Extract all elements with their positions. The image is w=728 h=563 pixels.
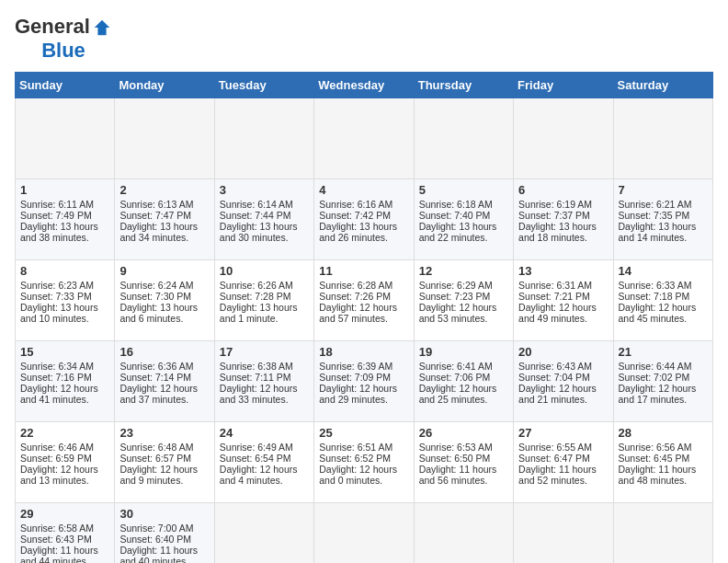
day-number: 11 xyxy=(319,264,408,278)
calendar-cell: 13Sunrise: 6:31 AMSunset: 7:21 PMDayligh… xyxy=(514,260,613,341)
calendar-cell: 22Sunrise: 6:46 AMSunset: 6:59 PMDayligh… xyxy=(16,422,115,503)
calendar-week-row: 1Sunrise: 6:11 AMSunset: 7:49 PMDaylight… xyxy=(16,179,713,260)
day-number: 23 xyxy=(119,426,209,440)
daylight-text: Daylight: 12 hours xyxy=(619,383,708,394)
day-number: 1 xyxy=(20,183,109,197)
daylight-minutes: and 22 minutes. xyxy=(419,232,508,243)
calendar-cell: 18Sunrise: 6:39 AMSunset: 7:09 PMDayligh… xyxy=(314,341,414,422)
day-number: 3 xyxy=(220,183,309,197)
calendar-cell xyxy=(514,503,613,564)
sunset-text: Sunset: 7:06 PM xyxy=(419,372,508,383)
sunset-text: Sunset: 6:59 PM xyxy=(20,453,109,464)
daylight-minutes: and 26 minutes. xyxy=(319,232,408,243)
calendar-cell: 14Sunrise: 6:33 AMSunset: 7:18 PMDayligh… xyxy=(613,260,712,341)
daylight-text: Daylight: 13 hours xyxy=(220,221,309,232)
sunrise-text: Sunrise: 6:11 AM xyxy=(20,199,109,210)
calendar-cell xyxy=(314,98,414,179)
day-number: 7 xyxy=(619,183,708,197)
daylight-minutes: and 37 minutes. xyxy=(119,394,209,405)
logo-blue-text: Blue xyxy=(41,39,85,62)
calendar-week-row: 8Sunrise: 6:23 AMSunset: 7:33 PMDaylight… xyxy=(16,260,713,341)
daylight-text: Daylight: 12 hours xyxy=(518,302,608,313)
day-number: 24 xyxy=(220,426,309,440)
daylight-text: Daylight: 12 hours xyxy=(319,302,408,313)
sunrise-text: Sunrise: 6:19 AM xyxy=(518,199,608,210)
sunset-text: Sunset: 7:14 PM xyxy=(119,372,209,383)
sunrise-text: Sunrise: 6:28 AM xyxy=(319,280,408,291)
logo-icon xyxy=(92,17,112,38)
daylight-text: Daylight: 13 hours xyxy=(619,221,708,232)
sunrise-text: Sunrise: 6:49 AM xyxy=(220,442,309,453)
daylight-minutes: and 49 minutes. xyxy=(518,313,608,324)
daylight-minutes: and 40 minutes. xyxy=(119,556,209,563)
daylight-minutes: and 18 minutes. xyxy=(518,232,608,243)
calendar-cell: 26Sunrise: 6:53 AMSunset: 6:50 PMDayligh… xyxy=(414,422,513,503)
day-number: 2 xyxy=(119,183,209,197)
day-number: 17 xyxy=(220,345,309,359)
sunrise-text: Sunrise: 6:34 AM xyxy=(20,361,109,372)
sunset-text: Sunset: 6:45 PM xyxy=(619,453,708,464)
sunrise-text: Sunrise: 6:51 AM xyxy=(319,442,408,453)
daylight-minutes: and 30 minutes. xyxy=(220,232,309,243)
day-number: 13 xyxy=(518,264,608,278)
sunrise-text: Sunrise: 6:39 AM xyxy=(319,361,408,372)
calendar-cell: 12Sunrise: 6:29 AMSunset: 7:23 PMDayligh… xyxy=(414,260,513,341)
daylight-minutes: and 44 minutes. xyxy=(20,556,109,563)
column-header-sunday: Sunday xyxy=(16,73,115,98)
sunset-text: Sunset: 7:18 PM xyxy=(619,291,708,302)
calendar-cell: 24Sunrise: 6:49 AMSunset: 6:54 PMDayligh… xyxy=(214,422,313,503)
calendar-cell: 17Sunrise: 6:38 AMSunset: 7:11 PMDayligh… xyxy=(214,341,313,422)
daylight-text: Daylight: 13 hours xyxy=(319,221,408,232)
day-number: 30 xyxy=(119,507,209,521)
day-number: 12 xyxy=(419,264,508,278)
daylight-text: Daylight: 12 hours xyxy=(119,464,209,475)
sunset-text: Sunset: 7:04 PM xyxy=(518,372,608,383)
daylight-minutes: and 45 minutes. xyxy=(619,313,708,324)
calendar-cell: 11Sunrise: 6:28 AMSunset: 7:26 PMDayligh… xyxy=(314,260,414,341)
calendar-cell xyxy=(214,98,313,179)
sunrise-text: Sunrise: 6:14 AM xyxy=(220,199,309,210)
calendar-cell: 8Sunrise: 6:23 AMSunset: 7:33 PMDaylight… xyxy=(16,260,115,341)
page-header: GeneralBlue xyxy=(15,15,713,63)
calendar-week-row: 22Sunrise: 6:46 AMSunset: 6:59 PMDayligh… xyxy=(16,422,713,503)
daylight-minutes: and 0 minutes. xyxy=(319,475,408,486)
sunset-text: Sunset: 7:16 PM xyxy=(20,372,109,383)
daylight-minutes: and 21 minutes. xyxy=(518,394,608,405)
sunrise-text: Sunrise: 6:23 AM xyxy=(20,280,109,291)
calendar-cell: 20Sunrise: 6:43 AMSunset: 7:04 PMDayligh… xyxy=(514,341,613,422)
calendar-week-row: 15Sunrise: 6:34 AMSunset: 7:16 PMDayligh… xyxy=(16,341,713,422)
daylight-minutes: and 48 minutes. xyxy=(619,475,708,486)
sunset-text: Sunset: 7:09 PM xyxy=(319,372,408,383)
day-number: 26 xyxy=(419,426,508,440)
daylight-minutes: and 57 minutes. xyxy=(319,313,408,324)
day-number: 22 xyxy=(20,426,109,440)
sunset-text: Sunset: 7:26 PM xyxy=(319,291,408,302)
daylight-text: Daylight: 12 hours xyxy=(319,464,408,475)
calendar-cell xyxy=(16,98,115,179)
daylight-minutes: and 33 minutes. xyxy=(220,394,309,405)
sunset-text: Sunset: 6:57 PM xyxy=(119,453,209,464)
daylight-text: Daylight: 12 hours xyxy=(20,383,109,394)
daylight-text: Daylight: 12 hours xyxy=(419,302,508,313)
daylight-minutes: and 53 minutes. xyxy=(419,313,508,324)
sunrise-text: Sunrise: 6:58 AM xyxy=(20,523,109,534)
daylight-minutes: and 9 minutes. xyxy=(119,475,209,486)
calendar-week-row xyxy=(16,98,713,179)
day-number: 27 xyxy=(518,426,608,440)
sunrise-text: Sunrise: 7:00 AM xyxy=(119,523,209,534)
column-header-saturday: Saturday xyxy=(613,73,712,98)
sunrise-text: Sunrise: 6:43 AM xyxy=(518,361,608,372)
calendar-cell: 15Sunrise: 6:34 AMSunset: 7:16 PMDayligh… xyxy=(16,341,115,422)
day-number: 5 xyxy=(419,183,508,197)
calendar-cell xyxy=(414,98,513,179)
daylight-text: Daylight: 11 hours xyxy=(119,545,209,556)
day-number: 14 xyxy=(619,264,708,278)
calendar-cell: 30Sunrise: 7:00 AMSunset: 6:40 PMDayligh… xyxy=(115,503,214,564)
sunrise-text: Sunrise: 6:55 AM xyxy=(518,442,608,453)
calendar-cell: 6Sunrise: 6:19 AMSunset: 7:37 PMDaylight… xyxy=(514,179,613,260)
calendar-cell xyxy=(514,98,613,179)
calendar-cell: 10Sunrise: 6:26 AMSunset: 7:28 PMDayligh… xyxy=(214,260,313,341)
column-header-wednesday: Wednesday xyxy=(314,73,414,98)
sunrise-text: Sunrise: 6:21 AM xyxy=(619,199,708,210)
daylight-minutes: and 25 minutes. xyxy=(419,394,508,405)
